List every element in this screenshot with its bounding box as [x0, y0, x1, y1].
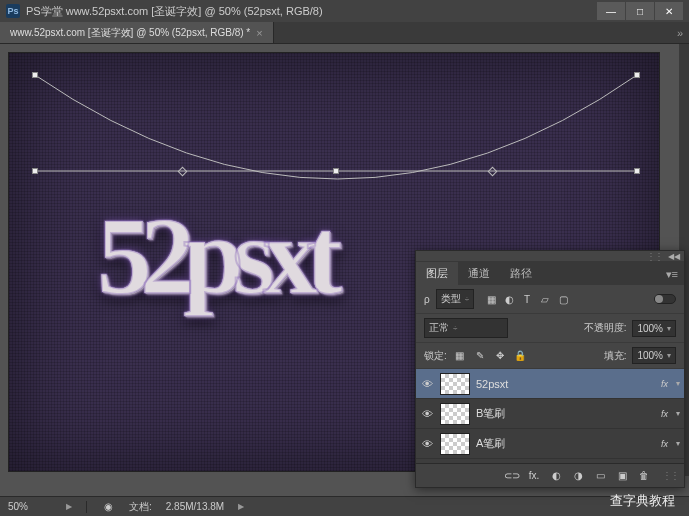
- opacity-input[interactable]: 100% ▾: [632, 320, 676, 337]
- window-controls: — □ ✕: [597, 2, 683, 20]
- fx-expand-icon[interactable]: ▾: [676, 379, 680, 388]
- lock-transparent-icon[interactable]: ▦: [453, 349, 467, 363]
- lock-all-icon[interactable]: 🔒: [513, 349, 527, 363]
- layer-filter-row: ρ 类型 ÷ ▦ ◐ T ▱ ▢: [416, 285, 684, 314]
- dropdown-arrow-icon: ÷: [465, 295, 469, 304]
- add-mask-icon[interactable]: ◐: [548, 468, 564, 484]
- visibility-icon[interactable]: 👁: [420, 378, 434, 390]
- filter-adjust-icon[interactable]: ◐: [502, 292, 516, 306]
- layer-item[interactable]: 👁 A笔刷 fx ▾: [416, 429, 684, 459]
- panel-footer: ⊂⊃ fx. ◐ ◑ ▭ ▣ 🗑 ⋮⋮: [416, 463, 684, 487]
- panel-resize-grip-icon[interactable]: ⋮⋮: [662, 470, 678, 481]
- blend-mode-dropdown[interactable]: 正常 ÷: [424, 318, 508, 338]
- filter-pixel-icon[interactable]: ▦: [484, 292, 498, 306]
- tab-layers[interactable]: 图层: [416, 262, 458, 285]
- fill-input[interactable]: 100% ▾: [632, 347, 676, 364]
- filter-shape-icon[interactable]: ▱: [538, 292, 552, 306]
- filter-type-icon[interactable]: T: [520, 292, 534, 306]
- canvas-text-content: 52psxt: [97, 201, 331, 311]
- zoom-arrow-icon[interactable]: ▶: [66, 502, 72, 511]
- filter-toggle[interactable]: [654, 294, 676, 304]
- link-layers-icon[interactable]: ⊂⊃: [504, 468, 520, 484]
- close-button[interactable]: ✕: [655, 2, 683, 20]
- doc-size-value: 2.85M/13.8M: [166, 501, 224, 512]
- dropdown-arrow-icon: ÷: [453, 324, 457, 333]
- delete-layer-icon[interactable]: 🗑: [636, 468, 652, 484]
- tab-close-icon[interactable]: ×: [256, 27, 262, 39]
- canvas-text: 52psxt: [97, 201, 331, 311]
- document-tabbar: www.52psxt.com [圣诞字效] @ 50% (52psxt, RGB…: [0, 22, 689, 44]
- transform-handle-tl[interactable]: [32, 72, 38, 78]
- transform-handle-tr[interactable]: [634, 72, 640, 78]
- layer-name[interactable]: B笔刷: [476, 406, 655, 421]
- status-bar: 50% ▶ ◉ 文档: 2.85M/13.8M ▶: [0, 496, 689, 516]
- fx-badge[interactable]: fx: [661, 379, 668, 389]
- filter-kind-icon[interactable]: ρ: [424, 294, 430, 305]
- dropdown-arrow-icon: ▾: [667, 324, 671, 333]
- document-tab[interactable]: www.52psxt.com [圣诞字效] @ 50% (52psxt, RGB…: [0, 22, 274, 43]
- layer-item[interactable]: 👁 B笔刷 fx ▾: [416, 399, 684, 429]
- tab-overflow-icon[interactable]: »: [671, 27, 689, 39]
- tab-paths[interactable]: 路径: [500, 262, 542, 285]
- layer-item[interactable]: 👁 52psxt fx ▾: [416, 369, 684, 399]
- tab-channels[interactable]: 通道: [458, 262, 500, 285]
- visibility-icon[interactable]: 👁: [420, 438, 434, 450]
- lock-paint-icon[interactable]: ✎: [473, 349, 487, 363]
- minimize-button[interactable]: —: [597, 2, 625, 20]
- filter-icons: ▦ ◐ T ▱ ▢: [484, 292, 570, 306]
- lock-position-icon[interactable]: ✥: [493, 349, 507, 363]
- doc-arrow-icon[interactable]: ▶: [238, 502, 244, 511]
- blend-mode-row: 正常 ÷ 不透明度: 100% ▾: [416, 314, 684, 343]
- watermark-text: 查字典教程: [610, 492, 675, 510]
- separator: [86, 501, 87, 513]
- window-title: PS学堂 www.52psxt.com [圣诞字效] @ 50% (52psxt…: [26, 4, 597, 19]
- layer-thumbnail[interactable]: [440, 373, 470, 395]
- maximize-button[interactable]: □: [626, 2, 654, 20]
- add-adjustment-icon[interactable]: ◑: [570, 468, 586, 484]
- transform-handle-mc[interactable]: [333, 168, 339, 174]
- layer-list: 👁 52psxt fx ▾ 👁 B笔刷 fx ▾ 👁 A笔刷 fx ▾: [416, 369, 684, 463]
- fx-expand-icon[interactable]: ▾: [676, 439, 680, 448]
- filter-smart-icon[interactable]: ▢: [556, 292, 570, 306]
- layers-panel: ⋮⋮ ◀◀ 图层 通道 路径 ▾≡ ρ 类型 ÷ ▦ ◐ T ▱ ▢ 正常 ÷ …: [415, 250, 685, 488]
- opacity-label: 不透明度:: [584, 321, 627, 335]
- blend-mode-value: 正常: [429, 321, 449, 335]
- opacity-value: 100%: [637, 323, 663, 334]
- doc-size-label: 文档:: [129, 500, 152, 514]
- panel-grip-icon: ⋮⋮: [646, 251, 662, 262]
- layer-name[interactable]: 52psxt: [476, 378, 655, 390]
- panel-collapse-bar[interactable]: ⋮⋮ ◀◀: [416, 251, 684, 261]
- dropdown-arrow-icon: ▾: [667, 351, 671, 360]
- filter-kind-dropdown[interactable]: 类型 ÷: [436, 289, 474, 309]
- layer-name[interactable]: A笔刷: [476, 436, 655, 451]
- zoom-level[interactable]: 50%: [8, 501, 52, 512]
- window-titlebar: Ps PS学堂 www.52psxt.com [圣诞字效] @ 50% (52p…: [0, 0, 689, 22]
- panel-collapse-icon[interactable]: ◀◀: [668, 252, 680, 261]
- lock-row: 锁定: ▦ ✎ ✥ 🔒 填充: 100% ▾: [416, 343, 684, 369]
- panel-menu-icon[interactable]: ▾≡: [660, 264, 684, 285]
- add-fx-icon[interactable]: fx.: [526, 468, 542, 484]
- layer-thumbnail[interactable]: [440, 403, 470, 425]
- fx-expand-icon[interactable]: ▾: [676, 409, 680, 418]
- visibility-icon[interactable]: 👁: [420, 408, 434, 420]
- document-tab-title: www.52psxt.com [圣诞字效] @ 50% (52psxt, RGB…: [10, 26, 250, 40]
- fill-value: 100%: [637, 350, 663, 361]
- panel-tabs: 图层 通道 路径 ▾≡: [416, 261, 684, 285]
- new-group-icon[interactable]: ▭: [592, 468, 608, 484]
- layer-thumbnail[interactable]: [440, 433, 470, 455]
- info-icon[interactable]: ◉: [101, 500, 115, 514]
- transform-handle-ml[interactable]: [32, 168, 38, 174]
- lock-label: 锁定:: [424, 349, 447, 363]
- filter-kind-label: 类型: [441, 292, 461, 306]
- transform-handle-mr[interactable]: [634, 168, 640, 174]
- fx-badge[interactable]: fx: [661, 439, 668, 449]
- new-layer-icon[interactable]: ▣: [614, 468, 630, 484]
- fill-label: 填充:: [604, 349, 627, 363]
- fx-badge[interactable]: fx: [661, 409, 668, 419]
- app-icon: Ps: [6, 4, 20, 18]
